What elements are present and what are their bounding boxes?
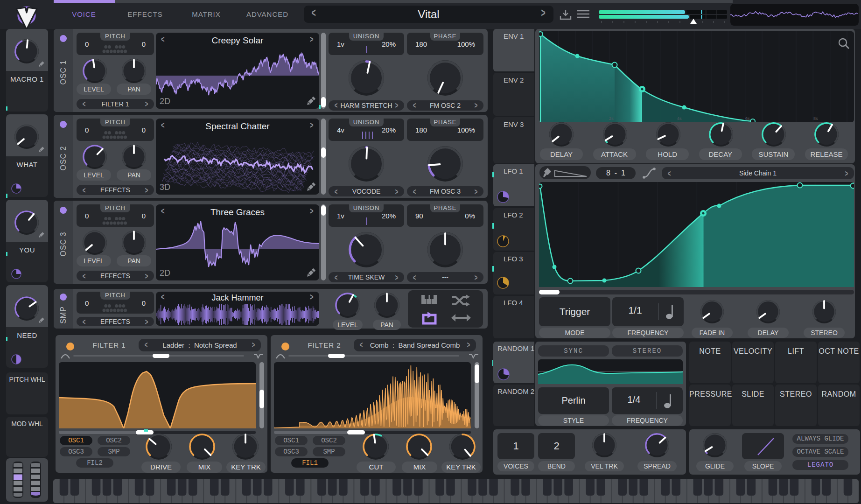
svg-text:6s: 6s <box>745 116 750 121</box>
